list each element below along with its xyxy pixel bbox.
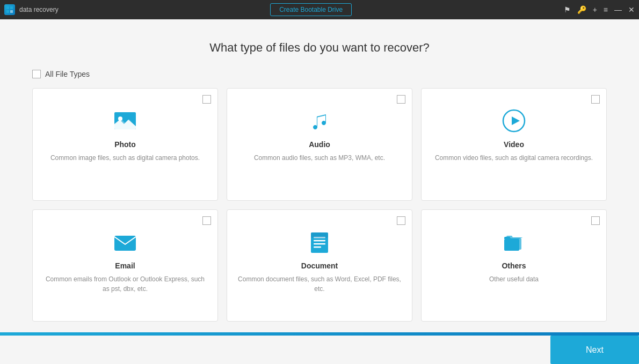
titlebar: data recovery Create Bootable Drive ⚑ 🔑 …	[0, 0, 639, 19]
cards-grid: Photo Common image files, such as digita…	[32, 88, 607, 322]
audio-icon	[307, 108, 332, 134]
menu-icon[interactable]: ≡	[604, 6, 608, 13]
photo-icon	[112, 108, 138, 134]
document-card-checkbox[interactable]	[397, 216, 405, 225]
svg-rect-3	[10, 10, 13, 13]
footer-area: Next	[0, 336, 639, 364]
email-card-checkbox[interactable]	[202, 216, 211, 225]
document-icon	[307, 229, 332, 255]
svg-rect-18	[504, 239, 519, 251]
svg-rect-0	[6, 6, 9, 9]
flag-icon[interactable]: ⚑	[564, 6, 571, 13]
others-card-desc: Other useful data	[430, 274, 598, 284]
email-card-desc: Common emails from Outlook or Outlook Ex…	[41, 274, 209, 294]
close-icon[interactable]: ✕	[628, 6, 635, 13]
svg-rect-13	[314, 240, 325, 242]
svg-rect-16	[311, 232, 328, 238]
all-file-types-row: All File Types	[32, 70, 607, 78]
email-card[interactable]: Email Common emails from Outlook or Outl…	[32, 209, 218, 322]
audio-card-name: Audio	[236, 140, 403, 149]
video-card[interactable]: Video Common video files, such as digita…	[421, 88, 607, 201]
svg-rect-1	[10, 6, 13, 9]
others-icon	[501, 229, 527, 255]
create-bootable-button[interactable]: Create Bootable Drive	[270, 3, 352, 16]
plus-icon[interactable]: +	[593, 6, 597, 13]
main-content: What type of files do you want to recove…	[0, 19, 639, 332]
all-file-types-checkbox[interactable]	[32, 70, 41, 78]
document-card-desc: Common document files, such as Word, Exc…	[236, 274, 403, 294]
video-card-name: Video	[430, 140, 598, 149]
video-card-desc: Common video files, such as digital came…	[430, 153, 598, 163]
next-button[interactable]: Next	[550, 336, 639, 364]
svg-rect-14	[314, 243, 325, 245]
app-title: data recovery	[19, 6, 59, 13]
audio-card[interactable]: Audio Common audio files, such as MP3, W…	[227, 88, 412, 201]
audio-icon-area	[236, 108, 403, 134]
key-icon[interactable]: 🔑	[577, 6, 586, 13]
audio-card-desc: Common audio files, such as MP3, WMA, et…	[236, 153, 403, 163]
document-icon-area	[236, 229, 403, 255]
titlebar-right: ⚑ 🔑 + ≡ — ✕	[564, 6, 635, 13]
document-card-name: Document	[236, 261, 403, 270]
app-logo	[4, 4, 15, 15]
email-card-name: Email	[41, 261, 209, 270]
titlebar-center: Create Bootable Drive	[59, 3, 564, 16]
others-icon-area	[430, 229, 598, 255]
svg-rect-15	[314, 246, 321, 248]
others-card-name: Others	[430, 261, 598, 270]
svg-rect-10	[114, 236, 136, 251]
photo-card-name: Photo	[41, 140, 209, 149]
audio-card-checkbox[interactable]	[397, 95, 405, 104]
titlebar-left: data recovery	[4, 4, 59, 15]
others-card[interactable]: Others Other useful data	[421, 209, 607, 322]
others-card-checkbox[interactable]	[591, 216, 600, 225]
email-icon-area	[41, 229, 209, 255]
video-icon	[501, 108, 527, 134]
video-card-checkbox[interactable]	[591, 95, 600, 104]
svg-rect-2	[6, 10, 9, 13]
photo-card-desc: Common image files, such as digital came…	[41, 153, 209, 163]
page-title: What type of files do you want to recove…	[32, 41, 607, 55]
all-file-types-label[interactable]: All File Types	[45, 70, 90, 78]
photo-card-checkbox[interactable]	[202, 95, 211, 104]
minimize-icon[interactable]: —	[614, 6, 622, 13]
document-card[interactable]: Document Common document files, such as …	[227, 209, 412, 322]
photo-card[interactable]: Photo Common image files, such as digita…	[32, 88, 218, 201]
email-icon	[112, 229, 138, 255]
svg-marker-9	[512, 117, 520, 125]
video-icon-area	[430, 108, 598, 134]
photo-icon-area	[41, 108, 209, 134]
